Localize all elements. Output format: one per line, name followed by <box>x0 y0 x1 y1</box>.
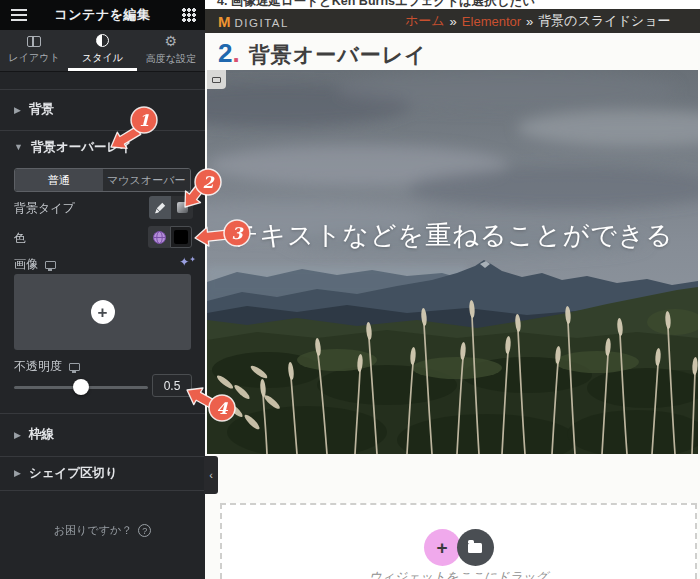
layout-icon <box>27 36 41 47</box>
tab-advanced[interactable]: ⚙ 高度な設定 <box>137 30 205 71</box>
globe-icon <box>152 230 167 245</box>
ai-sparkle-icon[interactable]: ✦✦ <box>179 255 196 269</box>
breadcrumb-home[interactable]: ホーム <box>405 12 445 30</box>
clipped-list-text: 4. 画像遅延ロードとKen Burnsエフェクトは選択したい <box>205 0 700 9</box>
classic-background-button[interactable] <box>149 196 171 219</box>
breadcrumb-separator: » <box>450 14 457 29</box>
hero-overlay-text: テキストなどを重ねることができる <box>207 218 698 253</box>
tab-advanced-label: 高度な設定 <box>146 52 196 66</box>
gear-icon: ⚙ <box>165 35 178 48</box>
panel-topbar: コンテナを編集 <box>0 0 205 30</box>
responsive-monitor-icon[interactable] <box>45 261 56 269</box>
tab-layout-label: レイアウト <box>9 51 60 65</box>
breadcrumb-current: 背景のスライドショー <box>538 12 670 30</box>
style-icon <box>96 34 109 47</box>
heading-text: 背景オーバーレイ <box>249 41 427 69</box>
chevron-right-icon: ▶ <box>14 105 21 115</box>
panel-tabs: レイアウト スタイル ⚙ 高度な設定 <box>0 30 205 72</box>
image-label: 画像 <box>14 256 56 273</box>
add-image-icon: + <box>91 300 115 324</box>
section-background[interactable]: ▶ 背景 <box>0 89 205 130</box>
site-header: M DIGITAL ホーム » Elementor » 背景のスライドショー <box>205 9 700 33</box>
state-tab-hover[interactable]: マウスオーバー <box>103 169 191 191</box>
gradient-icon <box>177 202 188 213</box>
drop-zone-buttons: + <box>424 529 494 566</box>
state-tab-normal[interactable]: 普通 <box>15 169 103 191</box>
tab-style-label: スタイル <box>82 51 123 65</box>
chevron-left-icon: ‹ <box>209 469 213 481</box>
heading-number: 2 <box>218 38 232 69</box>
heading-dot: . <box>232 38 239 69</box>
background-type-buttons <box>149 196 193 219</box>
divider <box>0 490 205 491</box>
chevron-right-icon: ▶ <box>14 430 21 440</box>
panel-collapse-toggle[interactable]: ‹ <box>204 456 218 494</box>
section-background-label: 背景 <box>29 101 54 118</box>
color-label: 色 <box>14 230 26 247</box>
elementor-panel: コンテナを編集 レイアウト スタイル ⚙ 高度な設定 ▶ 背景 ▼ 背景オーバー… <box>0 0 205 579</box>
opacity-value-input[interactable] <box>152 374 192 397</box>
tab-layout[interactable]: レイアウト <box>0 30 68 71</box>
color-picker-button[interactable] <box>170 226 192 248</box>
help-link[interactable]: お困りですか？ ? <box>0 523 205 538</box>
breadcrumb: ホーム » Elementor » 背景のスライドショー <box>405 9 670 33</box>
template-library-button[interactable] <box>457 529 494 566</box>
panel-title: コンテナを編集 <box>0 6 205 24</box>
breadcrumb-elementor[interactable]: Elementor <box>462 14 521 29</box>
gradient-background-button[interactable] <box>171 196 193 219</box>
opacity-slider-handle[interactable] <box>73 379 89 395</box>
section-background-overlay-label: 背景オーバーレイ <box>31 139 132 156</box>
preview-area: 4. 画像遅延ロードとKen Burnsエフェクトは選択したい M DIGITA… <box>205 0 700 579</box>
section-shape-divider[interactable]: ▶ シェイプ区切り <box>0 456 205 490</box>
chevron-down-icon: ▼ <box>14 142 23 152</box>
widget-drop-zone[interactable]: + ウィジェットをここにドラッグ <box>220 503 697 579</box>
opacity-label: 不透明度 <box>14 358 80 375</box>
widgets-grid-icon[interactable] <box>182 8 196 22</box>
menu-icon[interactable] <box>11 9 27 11</box>
global-color-button[interactable] <box>148 226 170 248</box>
color-swatch-black <box>174 230 188 244</box>
help-text: お困りですか？ <box>54 523 132 538</box>
question-circle-icon: ? <box>138 524 151 537</box>
tab-style[interactable]: スタイル <box>68 30 136 71</box>
brush-icon <box>153 201 167 215</box>
section-border[interactable]: ▶ 枠線 <box>0 413 205 456</box>
add-widget-button[interactable]: + <box>424 529 461 566</box>
responsive-monitor-icon[interactable] <box>69 363 80 371</box>
site-logo[interactable]: M DIGITAL <box>218 13 289 30</box>
mountain-landscape-image <box>207 70 698 454</box>
section-border-label: 枠線 <box>29 426 54 443</box>
logo-text: DIGITAL <box>235 17 289 29</box>
folder-icon <box>468 543 482 553</box>
drop-zone-hint: ウィジェットをここにドラッグ <box>222 569 695 579</box>
state-tabs: 普通 マウスオーバー <box>14 168 191 192</box>
hero-container[interactable]: テキストなどを重ねることができる <box>207 70 698 454</box>
logo-mark: M <box>218 13 231 30</box>
background-type-label: 背景タイプ <box>14 200 75 217</box>
page-heading: 2 . 背景オーバーレイ <box>218 38 427 69</box>
section-background-overlay[interactable]: ▼ 背景オーバーレイ <box>0 130 205 164</box>
chevron-right-icon: ▶ <box>14 468 21 478</box>
image-upload-box[interactable]: + <box>14 274 191 350</box>
section-shape-divider-label: シェイプ区切り <box>29 465 118 482</box>
container-handle[interactable] <box>207 70 226 89</box>
container-handle-icon <box>212 77 221 83</box>
breadcrumb-separator: » <box>526 14 533 29</box>
